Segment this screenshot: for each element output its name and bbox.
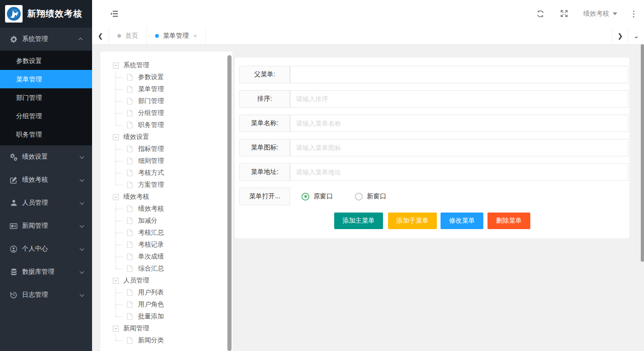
file-icon bbox=[127, 205, 133, 213]
radio-original-window[interactable]: 原窗口 bbox=[302, 192, 333, 201]
sidebar-item-label: 人员管理 bbox=[22, 199, 80, 207]
user-circle-icon bbox=[10, 245, 17, 253]
user-menu[interactable]: 绩效考核 bbox=[583, 10, 617, 18]
sidebar-item-profile[interactable]: 个人中心 bbox=[0, 237, 92, 260]
tree-node-system[interactable]: − 系统管理 bbox=[113, 59, 232, 71]
tree-leaf[interactable]: 分组管理 bbox=[113, 107, 232, 119]
tree-leaf[interactable]: 用户角色 bbox=[113, 299, 232, 311]
tree-leaf[interactable]: 绩效考核 bbox=[113, 203, 232, 215]
tree-node-news[interactable]: − 新闻管理 bbox=[113, 322, 232, 334]
sidebar-item-logs[interactable]: 日志管理 bbox=[0, 283, 92, 306]
tab-home[interactable]: 首页 bbox=[109, 28, 146, 44]
tree-leaf[interactable]: 菜单管理 bbox=[113, 83, 232, 95]
sidebar-item-personnel[interactable]: 人员管理 bbox=[0, 191, 92, 214]
field-label: 菜单打开... bbox=[239, 188, 290, 205]
file-icon bbox=[127, 301, 133, 308]
page-scrollbar-thumb[interactable] bbox=[641, 44, 644, 262]
add-main-menu-button[interactable]: 添加主菜单 bbox=[334, 213, 383, 229]
tree-node-perf-assess[interactable]: − 绩效考核 bbox=[113, 191, 232, 203]
menu-form-panel: 父菜单: 排序: 菜单名称: 菜单图标: 菜单地址: bbox=[235, 58, 629, 238]
tree-leaf[interactable]: 综合汇总 bbox=[113, 263, 232, 275]
file-icon bbox=[127, 109, 133, 117]
sidebar-item-label: 系统管理 bbox=[22, 35, 80, 43]
tree-leaf[interactable]: 细则管理 bbox=[113, 155, 232, 167]
tree-node-perf-settings[interactable]: − 绩效设置 bbox=[113, 131, 232, 143]
file-icon bbox=[127, 86, 133, 93]
tree-leaf[interactable]: 加减分 bbox=[113, 215, 232, 227]
sidebar-item-database[interactable]: 数据库管理 bbox=[0, 260, 92, 283]
tab-menu-management[interactable]: 菜单管理 × bbox=[146, 28, 206, 44]
delete-menu-button[interactable]: 删除菜单 bbox=[487, 213, 530, 229]
tab-label: 首页 bbox=[125, 32, 138, 40]
history-icon bbox=[10, 291, 17, 299]
app-window: 新翔绩效考核 系统管理 参数设置 菜单管理 部门管理 分组管理 职务管理 绩效设… bbox=[0, 0, 644, 351]
add-sub-menu-button[interactable]: 添加子菜单 bbox=[388, 213, 437, 229]
tree-leaf[interactable]: 新闻分类 bbox=[113, 334, 232, 346]
close-tab-icon[interactable]: × bbox=[193, 32, 197, 40]
file-icon bbox=[127, 145, 133, 153]
field-label: 父菜单: bbox=[239, 66, 290, 83]
file-icon bbox=[127, 337, 133, 344]
submenu-item-dept[interactable]: 部门管理 bbox=[0, 88, 92, 107]
page-scrollbar bbox=[641, 45, 644, 351]
tabs-scroll-left-button[interactable]: ❮ bbox=[92, 28, 109, 44]
file-icon bbox=[127, 157, 133, 165]
tree-leaf[interactable]: 批量添加 bbox=[113, 311, 232, 322]
menu-icon-input[interactable] bbox=[290, 139, 628, 156]
header-actions: 绩效考核 bbox=[536, 0, 644, 28]
collapse-node-icon[interactable]: − bbox=[113, 194, 119, 200]
tree-leaf[interactable]: 指标管理 bbox=[113, 143, 232, 155]
submenu-item-group[interactable]: 分组管理 bbox=[0, 107, 92, 125]
tree-leaf[interactable]: 考核汇总 bbox=[113, 227, 232, 239]
sort-input[interactable] bbox=[290, 90, 628, 108]
tree-leaf[interactable]: 单次成绩 bbox=[113, 251, 232, 263]
tree-scrollbar-thumb[interactable] bbox=[227, 55, 232, 351]
tree-node-personnel[interactable]: − 人员管理 bbox=[113, 275, 232, 287]
tree-leaf[interactable]: 参数设置 bbox=[113, 71, 232, 83]
more-options-icon[interactable] bbox=[629, 11, 638, 17]
tab-bar: ❮ 首页 菜单管理 × ❯ ⌄ bbox=[92, 28, 644, 45]
tabbar-spacer bbox=[206, 28, 612, 44]
collapse-node-icon[interactable]: − bbox=[113, 134, 119, 140]
file-icon bbox=[127, 181, 133, 189]
content-area: − 系统管理 参数设置 菜单管理 部门管理 分组管理 职务管理 − 绩效设置 bbox=[92, 45, 644, 351]
tree-scrollbar bbox=[227, 55, 232, 351]
chevron-down-icon bbox=[80, 223, 84, 228]
sidebar-item-system[interactable]: 系统管理 bbox=[0, 28, 92, 51]
sidebar-item-label: 绩效考核 bbox=[22, 176, 80, 184]
tree-leaf[interactable]: 考核记录 bbox=[113, 239, 232, 251]
modify-menu-button[interactable]: 修改菜单 bbox=[441, 213, 483, 229]
menu-name-input[interactable] bbox=[290, 115, 628, 132]
submenu-item-position[interactable]: 职务管理 bbox=[0, 125, 92, 144]
menu-url-input[interactable] bbox=[290, 163, 628, 181]
collapse-node-icon[interactable]: − bbox=[113, 326, 119, 332]
tree-leaf[interactable]: 方案管理 bbox=[113, 179, 232, 191]
submenu-item-menu[interactable]: 菜单管理 bbox=[0, 70, 92, 88]
menu-tree: − 系统管理 参数设置 菜单管理 部门管理 分组管理 职务管理 − 绩效设置 bbox=[100, 52, 232, 346]
sidebar-item-perf-assess[interactable]: 绩效考核 bbox=[0, 168, 92, 191]
user-icon bbox=[10, 199, 17, 207]
file-icon bbox=[127, 217, 133, 224]
app-title: 新翔绩效考核 bbox=[27, 8, 82, 20]
submenu-item-params[interactable]: 参数设置 bbox=[0, 52, 92, 70]
collapse-node-icon[interactable]: − bbox=[113, 63, 119, 69]
system-submenu: 参数设置 菜单管理 部门管理 分组管理 职务管理 bbox=[0, 51, 92, 145]
chevron-down-icon bbox=[80, 292, 84, 297]
sidebar-item-perf-settings[interactable]: 绩效设置 bbox=[0, 145, 92, 168]
tree-leaf[interactable]: 部门管理 bbox=[113, 95, 232, 107]
radio-new-window[interactable]: 新窗口 bbox=[355, 192, 386, 201]
app-logo-icon bbox=[5, 5, 23, 23]
gear-icon bbox=[10, 35, 17, 43]
form-buttons: 添加主菜单 添加子菜单 修改菜单 删除菜单 bbox=[235, 213, 629, 229]
collapse-sidebar-button[interactable] bbox=[108, 8, 120, 19]
tree-leaf[interactable]: 职务管理 bbox=[113, 119, 232, 131]
tree-leaf[interactable]: 考核方式 bbox=[113, 167, 232, 179]
collapse-node-icon[interactable]: − bbox=[113, 278, 119, 284]
tabs-menu-button[interactable]: ⌄ bbox=[628, 28, 644, 44]
refresh-icon[interactable] bbox=[536, 10, 545, 18]
sidebar-item-news[interactable]: 新闻管理 bbox=[0, 214, 92, 237]
fullscreen-icon[interactable] bbox=[560, 10, 569, 18]
parent-menu-input[interactable] bbox=[290, 66, 628, 83]
tree-leaf[interactable]: 用户列表 bbox=[113, 287, 232, 299]
tabs-scroll-right-button[interactable]: ❯ bbox=[612, 28, 628, 44]
